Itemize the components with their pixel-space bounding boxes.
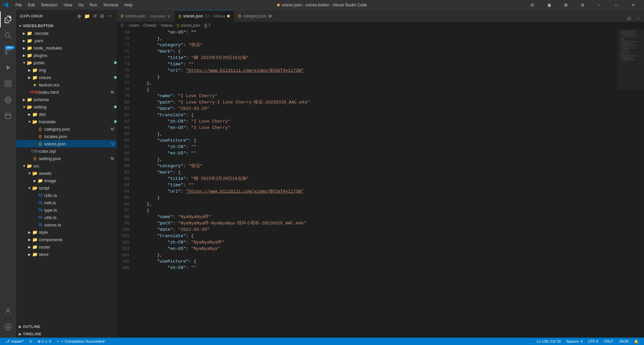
breadcrumb-node[interactable]: 7	[208, 23, 211, 28]
tab2-icon: {}	[179, 14, 181, 18]
new-file-icon[interactable]: ⊕	[76, 13, 82, 19]
sidebar-item-voices-folder[interactable]: ▶ 📁 voices	[16, 74, 117, 81]
search-activity-icon[interactable]	[0, 27, 16, 44]
status-bell[interactable]: 🔔	[631, 338, 641, 345]
settings-activity-icon[interactable]	[0, 319, 16, 335]
refresh-icon[interactable]: ↺	[92, 13, 98, 19]
sidebar-item-plugins[interactable]: ▶ 📁 plugins	[16, 52, 117, 59]
sidebar-item-translate[interactable]: ▼ 📂 translate	[16, 118, 117, 125]
sidebar-item-color-styl[interactable]: ▶ CSS color.styl	[16, 147, 117, 155]
menu-terminal[interactable]: Terminal	[100, 1, 121, 9]
status-compile[interactable]: ✓ ✓ Compilation Succeeded!	[54, 338, 107, 345]
json-key: "category"	[136, 163, 183, 169]
status-errors[interactable]: ⊗ 0 ⚠ 0	[35, 338, 54, 345]
favicon-label: favicon.ico	[39, 82, 117, 87]
sidebar-item-category-json[interactable]: ▶ {} category.json M	[16, 125, 117, 133]
sidebar-item-store[interactable]: ▶ 📁 store	[16, 251, 117, 258]
layout-btn[interactable]: ⊟	[525, 0, 540, 10]
source-control-activity-icon[interactable]: 10K+	[0, 44, 16, 60]
sidebar-item-index-html[interactable]: ▶ HTML index.html M	[16, 88, 117, 96]
sidebar-item-node-modules[interactable]: ▶ 📁 node_modules	[16, 44, 117, 52]
code-line: "translate": {	[136, 112, 617, 118]
json-string: "I Love Cherry"	[191, 118, 230, 125]
status-sync[interactable]: ↻	[26, 338, 35, 345]
breadcrumb-users[interactable]: Users	[129, 23, 139, 28]
sidebar-item-schema[interactable]: ▶ 📁 schema	[16, 96, 117, 103]
sidebar-item-assets[interactable]: ▼ 📂 assets	[16, 169, 117, 177]
menu-selection[interactable]: Selection	[38, 1, 60, 9]
sidebar-item-src[interactable]: ▼ 📂 src	[16, 162, 117, 169]
breadcrumb-videos[interactable]: Videos	[161, 23, 173, 28]
sidebar-item-router[interactable]: ▶ 📁 router	[16, 243, 117, 251]
style-folder-icon: 📁	[32, 229, 38, 235]
sidebar-item-voices-json[interactable]: ▶ {} voices.json U	[16, 140, 117, 147]
json-key: "date"	[136, 106, 173, 112]
sidebar-item-i18n[interactable]: ▶ TS i18n.ts	[16, 192, 117, 199]
timeline-header[interactable]: ▶ TIMELINE	[16, 330, 117, 338]
menu-edit[interactable]: Edit	[25, 1, 38, 9]
close-button[interactable]: ✕	[625, 0, 641, 10]
source-control-badge: 10K+	[5, 46, 15, 50]
window-title: voices.json - voices-button - Visual Stu…	[282, 3, 367, 7]
more-tabs-icon[interactable]: ⋯	[634, 15, 641, 22]
sidebar-item-image[interactable]: ▶ 📁 image	[16, 177, 117, 184]
layout-btn4[interactable]: ⧉	[575, 0, 590, 10]
code-content[interactable]: "en-US": "" }, "category": "怪话" "mark": …	[133, 29, 617, 338]
extensions-activity-icon[interactable]	[0, 76, 16, 92]
sidebar-item-components[interactable]: ▶ 📁 components	[16, 236, 117, 243]
sidebar-item-yarn[interactable]: ▶ 📁 .yarn	[16, 37, 117, 44]
sidebar-item-mitt[interactable]: ▶ TS mitt.ts	[16, 199, 117, 206]
outline-header[interactable]: ▶ OUTLINE	[16, 323, 117, 330]
sidebar-item-type[interactable]: ▶ TS type.ts	[16, 206, 117, 214]
root-folder[interactable]: ▼ VOICES-BUTTON	[16, 22, 117, 29]
json-punctuation: },	[136, 201, 152, 207]
sidebar-item-public[interactable]: ▼ 📂 public	[16, 59, 117, 66]
testing-activity-icon[interactable]	[0, 108, 16, 124]
maximize-button[interactable]: □	[608, 0, 624, 10]
menu-file[interactable]: File	[13, 1, 24, 9]
account-activity-icon[interactable]	[0, 303, 16, 319]
layout-btn3[interactable]: ⊠	[558, 0, 574, 10]
more-actions-icon[interactable]: ⋯	[106, 13, 113, 19]
status-branch[interactable]: ⎇ master*	[3, 338, 26, 345]
new-folder-icon[interactable]: 📁	[84, 13, 91, 19]
code-editor[interactable]: 6970717273747576777879808182838485868788…	[117, 29, 644, 338]
files-activity-icon[interactable]	[0, 11, 16, 27]
tab-category-json[interactable]: {} category.json M	[234, 10, 276, 22]
status-eol[interactable]: CRLF	[601, 338, 616, 345]
tab3-label: category.json	[243, 14, 266, 18]
plugins-label: plugins	[34, 53, 117, 58]
menu-run[interactable]: Run	[87, 1, 100, 9]
sidebar-item-vscode[interactable]: ▶ 📁 .vscode	[16, 29, 117, 37]
json-key: "usePicture"	[136, 137, 189, 144]
sidebar-item-utils[interactable]: ▶ TS utils.ts	[16, 214, 117, 221]
sidebar-item-style[interactable]: ▶ 📁 style	[16, 228, 117, 236]
menu-go[interactable]: Go	[75, 1, 86, 9]
menu-view[interactable]: View	[61, 1, 75, 9]
setting-badge	[114, 106, 117, 108]
sidebar-item-locales-json[interactable]: ▶ {} locales.json	[16, 133, 117, 140]
sidebar-item-favicon[interactable]: ▶ ★ favicon.ico	[16, 81, 117, 88]
status-position[interactable]: Ln 138, Col 30	[534, 338, 564, 345]
tab-voices-translate[interactable]: {} voices.json ...\translate U	[117, 10, 175, 22]
status-language[interactable]: JSON	[616, 338, 631, 345]
sidebar-item-img[interactable]: ▶ 📁 img	[16, 66, 117, 74]
layout-btn2[interactable]: ▣	[541, 0, 557, 10]
sidebar-item-voices-ts[interactable]: ▶ TS voices.ts	[16, 221, 117, 228]
minimize-button[interactable]: ─	[592, 0, 607, 10]
tab-voices-videos[interactable]: {} voices.json C:\...\Videos	[175, 10, 234, 22]
split-editor-icon[interactable]: ⊟	[626, 15, 633, 22]
sidebar-item-setting-json[interactable]: ▶ {} setting.json M	[16, 155, 117, 162]
run-activity-icon[interactable]	[0, 60, 16, 76]
breadcrumb-c[interactable]: C:	[121, 23, 125, 28]
sidebar-item-dist[interactable]: ▶ 📁 dist	[16, 111, 117, 118]
breadcrumb-chowd[interactable]: ChowD	[143, 23, 156, 28]
collapse-all-icon[interactable]: ⊟	[99, 13, 105, 19]
remote-activity-icon[interactable]	[0, 92, 16, 108]
status-encoding[interactable]: UTF-8	[585, 338, 601, 345]
sidebar-item-script[interactable]: ▼ 📂 script	[16, 184, 117, 192]
menu-help[interactable]: Help	[122, 1, 136, 9]
status-spaces[interactable]: Spaces: 4	[564, 338, 585, 345]
sidebar-item-setting[interactable]: ▼ 📂 setting	[16, 103, 117, 111]
breadcrumb-file[interactable]: voices.json	[180, 23, 200, 28]
